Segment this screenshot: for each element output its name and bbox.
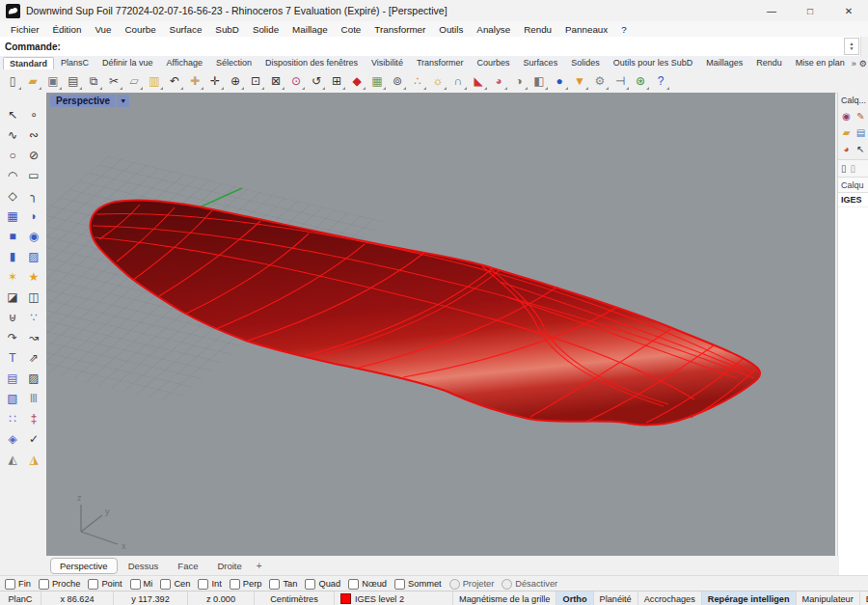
command-spinner[interactable]: ▲▼ xyxy=(844,38,859,55)
maximize-button[interactable]: □ xyxy=(791,0,829,21)
open-file-icon[interactable]: ▰ xyxy=(23,71,42,91)
cut-icon[interactable]: ✂ xyxy=(104,71,123,91)
fillet-curve-icon[interactable]: ↷ xyxy=(2,327,23,347)
point-icon[interactable]: ∘ xyxy=(23,104,44,124)
tab-options-gear-icon[interactable]: ⚙ xyxy=(859,59,867,69)
surface-loft-icon[interactable]: ◗ xyxy=(23,206,44,226)
cone-icon[interactable]: ▼ xyxy=(570,71,589,91)
points-icon[interactable]: ∴ xyxy=(408,71,427,91)
menu-aide[interactable]: ? xyxy=(614,24,633,35)
viewport-tab-droite[interactable]: Droite xyxy=(208,559,250,573)
radio-button[interactable] xyxy=(449,579,460,590)
status-current-layer[interactable]: IGES level 2 xyxy=(335,591,453,605)
gears-icon[interactable]: ⚙ xyxy=(590,71,610,91)
checkbox[interactable] xyxy=(348,579,359,590)
array-grid-icon[interactable]: ∷ xyxy=(2,408,23,428)
duplicate-icon[interactable]: ⧉ xyxy=(84,71,103,91)
viewport-title-dropdown-icon[interactable]: ▼ xyxy=(117,95,129,107)
board-hull[interactable] xyxy=(91,200,760,425)
close-button[interactable]: ✕ xyxy=(829,0,868,21)
menu-analyse[interactable]: Analyse xyxy=(470,24,517,35)
zoom-extents-icon[interactable]: ⊠ xyxy=(266,71,285,91)
undo-view-icon[interactable]: ↺ xyxy=(307,71,326,91)
tab-maillages[interactable]: Maillages xyxy=(699,56,749,69)
checkbox[interactable] xyxy=(305,579,315,590)
viewport-tab-dessus[interactable]: Dessus xyxy=(120,559,168,573)
checkbox[interactable] xyxy=(88,579,98,590)
panel-notes-icon[interactable]: ▤ xyxy=(854,125,868,139)
menu-fichier[interactable]: Fichier xyxy=(4,24,45,35)
fin-icon[interactable]: ◣ xyxy=(469,71,488,91)
color-wheel-icon[interactable]: ◕ xyxy=(489,71,508,91)
print-icon[interactable]: ▤ xyxy=(64,71,83,91)
tab-definir-la-vue[interactable]: Définir la vue xyxy=(95,56,160,69)
tab-plansc[interactable]: PlansC xyxy=(54,56,95,69)
checkbox[interactable] xyxy=(160,579,171,590)
menu-courbe[interactable]: Courbe xyxy=(118,24,162,35)
tab-affichage[interactable]: Affichage xyxy=(160,56,209,69)
tab-outils-pour-les-subd[interactable]: Outils pour les SubD xyxy=(607,56,700,69)
save-icon[interactable]: ▣ xyxy=(43,71,63,91)
status-record-history[interactable]: Enregistrer l'historique xyxy=(860,591,868,605)
menu-outils[interactable]: Outils xyxy=(432,24,470,35)
polyline-icon[interactable]: ∿ xyxy=(2,124,23,145)
perspective-viewport[interactable]: Perspective ▼ xyxy=(46,93,835,556)
new-file-icon[interactable]: ▯ xyxy=(3,71,22,91)
tab-mise-en-plan[interactable]: Mise en plan xyxy=(789,56,852,69)
status-ortho[interactable]: Ortho xyxy=(556,591,593,605)
lamp-icon[interactable]: ☼ xyxy=(428,71,448,91)
status-osnap[interactable]: Accrochages xyxy=(638,591,702,605)
pyramid-icon[interactable]: ◮ xyxy=(23,449,44,469)
trim-icon[interactable]: ◪ xyxy=(2,287,23,307)
tab-surfaces[interactable]: Surfaces xyxy=(517,56,565,69)
osnap-sommet[interactable]: Sommet xyxy=(394,579,442,590)
paste-icon[interactable]: ▥ xyxy=(145,71,164,91)
menu-cote[interactable]: Cote xyxy=(335,24,368,35)
osnap-projeter[interactable]: Projeter xyxy=(449,579,495,590)
viewport-layout-icon[interactable]: ⊞ xyxy=(327,71,346,91)
viewport-tab-face[interactable]: Face xyxy=(169,559,206,573)
menu-panneaux[interactable]: Panneaux xyxy=(558,24,614,35)
sphere-icon[interactable]: ◉ xyxy=(23,226,44,246)
tab-transformer[interactable]: Transformer xyxy=(410,56,471,69)
box-icon[interactable]: ■ xyxy=(2,226,23,246)
panel-folder-icon[interactable]: ▰ xyxy=(839,125,854,139)
status-cplane[interactable]: PlanC xyxy=(0,591,41,605)
zoom-window-icon[interactable]: ⊡ xyxy=(246,71,265,91)
fillet-corner-icon[interactable]: ╮ xyxy=(23,185,44,206)
status-smarttrack[interactable]: Repérage intelligen xyxy=(702,591,797,605)
status-x-coord[interactable]: x 86.624 xyxy=(41,591,114,605)
new-sublayer-icon[interactable]: ▯ xyxy=(851,163,856,174)
panel-properties-icon[interactable]: ◉ xyxy=(839,109,854,123)
pan-hand-icon[interactable]: ✚ xyxy=(185,71,204,91)
mesh-icon[interactable]: ◭ xyxy=(2,449,23,469)
cylinder-icon[interactable]: ▮ xyxy=(2,246,23,266)
history-icon[interactable]: ⊣ xyxy=(610,71,630,91)
command-input[interactable] xyxy=(61,37,844,56)
tab-standard[interactable]: Standard xyxy=(3,57,54,69)
tab-disposition-des-fenetres[interactable]: Disposition des fenêtres xyxy=(258,56,365,69)
shaded-sphere-icon[interactable]: ◑ xyxy=(509,71,529,91)
control-point-curve-icon[interactable]: ∾ xyxy=(23,124,44,145)
osnap-desactiver[interactable]: Désactiver xyxy=(502,579,557,590)
status-gumball[interactable]: Manipulateur xyxy=(797,591,860,605)
spinner-down-icon[interactable]: ▼ xyxy=(850,46,854,51)
menu-transformer[interactable]: Transformer xyxy=(367,24,432,35)
help-icon[interactable]: ? xyxy=(651,71,670,91)
tab-visibilite[interactable]: Visibilité xyxy=(365,56,410,69)
osnap-mi[interactable]: Mi xyxy=(130,579,153,590)
hatch-icon[interactable]: ▨ xyxy=(23,368,44,388)
menu-maillage[interactable]: Maillage xyxy=(285,24,335,35)
osnap-fin[interactable]: Fin xyxy=(5,579,31,590)
3d-scene[interactable]: z y x xyxy=(46,93,835,556)
osnap-proche[interactable]: Proche xyxy=(39,579,80,590)
extend-curve-icon[interactable]: ↝ xyxy=(23,327,44,347)
cplane-icon[interactable]: ⊚ xyxy=(388,71,407,91)
menu-solide[interactable]: Solide xyxy=(246,24,285,35)
minimize-button[interactable]: — xyxy=(752,0,791,21)
menu-rendu[interactable]: Rendu xyxy=(517,24,558,35)
blocks-icon[interactable]: ▤ xyxy=(2,368,23,388)
osnap-quad[interactable]: Quad xyxy=(305,579,340,590)
zoom-selected-icon[interactable]: ⊙ xyxy=(286,71,306,91)
status-units[interactable]: Centimètres xyxy=(255,591,335,605)
